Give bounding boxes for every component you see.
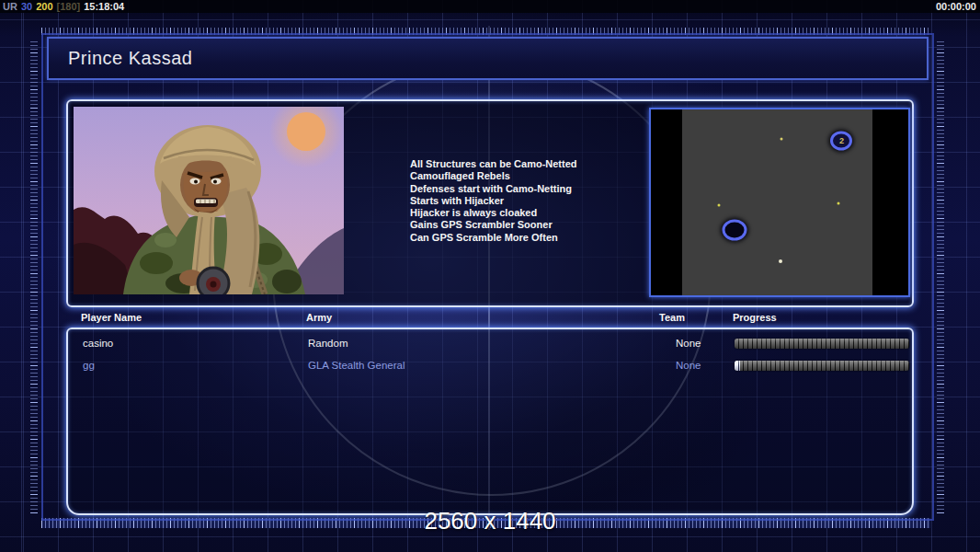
hud-clock: 15:18:04 [84, 1, 124, 12]
general-info-panel: All Structures can be Camo-Netted Camouf… [66, 99, 914, 307]
ruler-right [937, 40, 944, 513]
minimap-area: 2 [651, 109, 908, 295]
minimap-dot [780, 137, 782, 140]
ability-item: Starts with Hijacker [410, 195, 577, 207]
general-portrait [74, 107, 344, 294]
player-list-panel: casino Random None gg GLA Stealth Genera… [66, 328, 914, 515]
minimap-dot [779, 259, 782, 263]
player-row: casino Random None [68, 338, 912, 352]
loading-progress-bar [735, 339, 909, 349]
loading-progress-fill [735, 361, 740, 371]
ability-item: Can GPS Scramble More Often [410, 232, 577, 244]
hud-bar: UR30200[180]15:18:04 00:00:00 [0, 0, 980, 13]
hud-latency-value: 200 [36, 1, 52, 12]
minimap-player-marker: 2 [830, 131, 852, 150]
minimap-dot [838, 202, 840, 205]
column-progress: Progress [733, 312, 777, 323]
ability-item: All Structures can be Camo-Netted [410, 158, 577, 170]
hud-tag: UR [3, 1, 17, 12]
column-player-name: Player Name [81, 312, 142, 323]
ability-item: Hijacker is always cloaked [410, 207, 577, 219]
abilities-list: All Structures can be Camo-Netted Camouf… [410, 158, 577, 244]
minimap-player-marker [723, 220, 747, 241]
player-row: gg GLA Stealth General None [68, 360, 912, 374]
hud-fps-value: 30 [21, 1, 32, 12]
player-name: gg [83, 360, 95, 371]
loading-progress-bar [735, 361, 909, 371]
general-portrait-art [74, 107, 344, 294]
player-name: casino [83, 338, 113, 349]
ability-item: Camouflaged Rebels [410, 170, 577, 182]
ruler-left [30, 40, 38, 513]
minimap-dot [718, 204, 721, 207]
minimap: 2 [649, 108, 910, 297]
page-title: Prince Kassad [49, 48, 192, 69]
map-resolution-label: 2560 x 1440 [0, 507, 980, 535]
player-team: None [676, 338, 701, 349]
player-army: Random [308, 338, 348, 349]
player-army: GLA Stealth General [308, 360, 405, 371]
game-timer: 00:00:00 [936, 0, 980, 13]
column-army: Army [306, 312, 332, 323]
column-team: Team [659, 312, 685, 323]
loading-screen: UR30200[180]15:18:04 00:00:00 Prince Kas… [0, 0, 980, 552]
player-table-header: Player Name Army Team Progress [66, 312, 910, 327]
title-bar: Prince Kassad [47, 37, 929, 80]
hud-bracket-value: [180] [57, 1, 81, 12]
ability-item: Gains GPS Scrambler Sooner [410, 219, 577, 231]
ability-item: Defenses start with Camo-Netting [410, 183, 577, 195]
player-team: None [676, 360, 701, 371]
hud-stats: UR30200[180]15:18:04 [0, 0, 128, 13]
